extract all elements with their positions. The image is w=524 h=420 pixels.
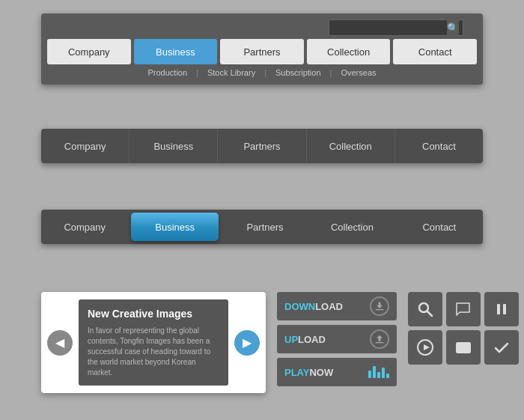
nav3-tab-company[interactable]: Company xyxy=(41,210,128,244)
subnav-sep1: | xyxy=(196,68,198,77)
svg-rect-2 xyxy=(497,304,500,314)
subnav-stocklibrary[interactable]: Stock Library xyxy=(207,68,255,77)
nav2-tab-business[interactable]: Business xyxy=(130,129,218,163)
nav1-tabs: Company Business Partners Collection Con… xyxy=(41,39,483,64)
pause-icon-cell[interactable] xyxy=(484,292,519,326)
upload-button[interactable]: UPLOAD xyxy=(277,325,397,353)
equalizer-icon xyxy=(368,366,389,378)
download-label: DOWNLOAD xyxy=(284,301,343,312)
nav3-tab-business[interactable]: Business xyxy=(131,213,218,241)
prev-button[interactable]: ◀ xyxy=(47,330,73,356)
nav3-tabs: Company Business Partners Collection Con… xyxy=(41,210,483,244)
subnav-sep2: | xyxy=(264,68,266,77)
subnav-sep3: | xyxy=(330,68,332,77)
playnow-button[interactable]: PLAYNOW xyxy=(277,358,397,386)
media-player: ◀ New Creative Images In favor of repres… xyxy=(41,292,266,393)
search-input[interactable] xyxy=(329,19,463,36)
playnow-label: PLAYNOW xyxy=(284,367,333,378)
subnav-production[interactable]: Production xyxy=(148,68,188,77)
check-icon-cell[interactable] xyxy=(484,330,519,365)
nav2-tab-collection[interactable]: Collection xyxy=(307,129,395,163)
svg-rect-3 xyxy=(503,304,506,314)
nav1-tab-company[interactable]: Company xyxy=(47,39,131,64)
search-icon-cell[interactable] xyxy=(408,292,442,326)
nav1-tab-collection[interactable]: Collection xyxy=(307,39,391,64)
nav1-tab-partners[interactable]: Partners xyxy=(220,39,304,64)
play-icon-cell[interactable] xyxy=(408,330,442,365)
upload-icon xyxy=(370,329,389,349)
subnav-subscription[interactable]: Subscription xyxy=(275,68,321,77)
media-title: New Creative Images xyxy=(88,308,219,320)
upload-label: UPLOAD xyxy=(284,334,326,345)
nav1-subnav: Production | Stock Library | Subscriptio… xyxy=(41,64,483,79)
next-button[interactable]: ▶ xyxy=(234,330,260,356)
nav1-tab-contact[interactable]: Contact xyxy=(393,39,477,64)
nav2-tab-contact[interactable]: Contact xyxy=(395,129,483,163)
search-button[interactable]: 🔍 xyxy=(447,19,459,36)
media-content: New Creative Images In favor of represen… xyxy=(79,299,228,386)
nav3-tab-partners[interactable]: Partners xyxy=(222,210,308,244)
mail-icon-cell[interactable] xyxy=(446,330,481,365)
svg-line-1 xyxy=(427,311,432,316)
navbar-3: Company Business Partners Collection Con… xyxy=(41,210,483,244)
svg-marker-5 xyxy=(424,344,430,350)
nav2-tabs: Company Business Partners Collection Con… xyxy=(41,129,483,163)
subnav-overseas[interactable]: Overseas xyxy=(341,68,376,77)
navbar-1: 🔍 Company Business Partners Collection C… xyxy=(41,13,483,85)
nav1-tab-business[interactable]: Business xyxy=(134,39,218,64)
nav2-tab-company[interactable]: Company xyxy=(41,129,130,163)
nav3-tab-collection[interactable]: Collection xyxy=(308,210,395,244)
chat-icon-cell[interactable] xyxy=(446,292,481,326)
nav3-tab-contact[interactable]: Contact xyxy=(396,210,483,244)
nav2-tab-partners[interactable]: Partners xyxy=(218,129,306,163)
download-icon xyxy=(370,296,389,316)
action-buttons: DOWNLOAD UPLOAD PLAYNOW xyxy=(277,292,397,386)
media-description: In favor of representing the global cont… xyxy=(88,326,219,378)
download-button[interactable]: DOWNLOAD xyxy=(277,292,397,320)
navbar-2: Company Business Partners Collection Con… xyxy=(41,129,483,163)
icon-grid xyxy=(408,292,519,365)
